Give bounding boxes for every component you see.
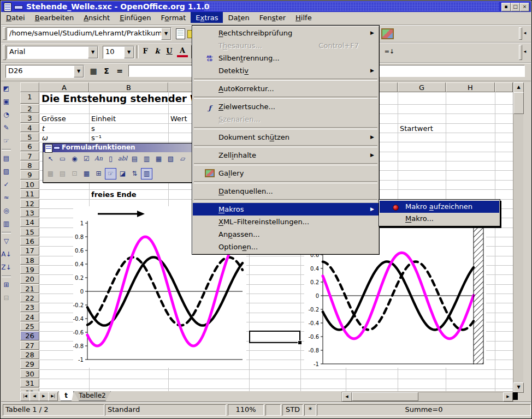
row-header-28[interactable]: 28 — [20, 350, 39, 359]
column-header-H[interactable]: H — [446, 82, 495, 92]
cell-G4[interactable]: Startwert — [400, 124, 433, 133]
sort-descending-icon[interactable]: Z↓ — [1, 262, 11, 273]
menu-item-makros[interactable]: Makros▶ — [193, 203, 379, 216]
horizontal-scroll-thumb[interactable] — [352, 392, 418, 401]
scrollbar-split-handle[interactable] — [513, 392, 518, 400]
checkbox-icon[interactable]: ☑ — [81, 153, 92, 165]
row-header-4[interactable]: 4 — [20, 123, 39, 132]
row-header-15[interactable]: 15 — [20, 228, 39, 236]
row-header-29[interactable]: 29 — [20, 360, 39, 368]
spellcheck-icon[interactable]: ✓ — [1, 179, 11, 190]
insert-sheet-icon[interactable]: ▤ — [1, 153, 11, 164]
row-header-2[interactable]: 2 — [20, 104, 39, 113]
font-name-combobox[interactable]: Arial ▼ — [7, 46, 98, 59]
toolbar-collapse-icon[interactable]: ◂ — [519, 26, 531, 39]
toolbar-drag-handle[interactable] — [3, 45, 6, 60]
row-header-19[interactable]: 19 — [20, 265, 39, 274]
close-button[interactable]: × — [520, 3, 529, 11]
column-header-G[interactable]: G — [398, 82, 446, 92]
row-header-16[interactable]: 16 — [20, 237, 39, 246]
row-header-8[interactable]: 8 — [20, 161, 39, 170]
menu-item-makro-aufzeichnen[interactable]: Makro aufzeichnen — [380, 201, 499, 213]
cell-B4[interactable]: s — [91, 124, 95, 133]
cell-A1[interactable]: Die Entstehung stehender W — [42, 93, 201, 104]
toolbar-collapse-icon[interactable]: ◂ — [519, 45, 531, 58]
status-sum[interactable]: Summe=0 — [317, 404, 531, 416]
chevron-down-icon[interactable]: ▼ — [124, 46, 134, 58]
status-selection-mode[interactable]: STD — [282, 404, 303, 416]
cell-A4[interactable]: t — [42, 124, 44, 133]
cell-B11[interactable]: freies Ende — [91, 190, 137, 199]
cell-A3[interactable]: Grösse — [42, 115, 66, 123]
menu-item-zielwertsuche-[interactable]: Zielwertsuche...ƒ — [193, 100, 379, 113]
underline-button[interactable]: U — [164, 45, 175, 57]
draw-functions-icon[interactable]: ✎ — [1, 122, 11, 134]
autofill-handle[interactable] — [298, 340, 302, 344]
sheet-tab-tabelle2[interactable]: Tabelle2 — [74, 391, 111, 401]
open-in-design-mode-icon[interactable]: ◪ — [117, 168, 128, 179]
menu-item-anpassen-[interactable]: Anpassen... — [193, 228, 379, 241]
sheet-tab-active[interactable]: t — [58, 391, 74, 401]
menu-item-szenarien-[interactable]: Szenarien... — [193, 113, 379, 125]
title-bar[interactable]: Stehende_Welle.sxc - OpenOffice.org 1.1.… — [1, 1, 531, 12]
combobox-icon[interactable]: ▥ — [141, 153, 152, 165]
maximize-button[interactable]: □ — [511, 3, 520, 11]
toolbar-drag-handle[interactable] — [3, 27, 6, 40]
menubar-item-bearbeiten[interactable]: Bearbeiten — [30, 12, 79, 23]
cell-A5[interactable]: ω — [42, 134, 48, 142]
form-navigator-icon[interactable]: ▥ — [141, 168, 152, 179]
row-header-9[interactable]: 9 — [20, 170, 39, 179]
menu-item-datenquellen-[interactable]: Datenquellen... — [193, 185, 379, 197]
scroll-down-icon[interactable]: ▼ — [513, 382, 524, 393]
table-control-icon[interactable]: ▦ — [81, 168, 92, 179]
function-autopilot-icon[interactable]: ▦ — [87, 64, 99, 77]
row-header-3[interactable]: 3 — [20, 113, 39, 122]
insert-chart-icon[interactable]: ◔ — [1, 109, 11, 121]
row-header-5[interactable]: 5 — [20, 133, 39, 141]
status-insert-mode[interactable] — [265, 404, 281, 416]
radiobutton-icon[interactable]: ◉ — [69, 153, 80, 165]
new-document-icon[interactable] — [176, 28, 185, 39]
vertical-scroll-thumb[interactable] — [513, 92, 524, 114]
menubar-item-hilfe[interactable]: Hilfe — [291, 12, 317, 23]
scroll-right-icon[interactable]: ▶ — [503, 392, 513, 402]
row-header-13[interactable]: 13 — [20, 208, 39, 217]
auto-spellcheck-icon[interactable]: ≈ — [1, 192, 11, 203]
menubar-item-extras[interactable]: Extras — [191, 12, 223, 23]
row-header-17[interactable]: 17 — [20, 246, 39, 255]
format-paintbrush-icon[interactable]: ▨ — [1, 166, 11, 177]
row-header-11[interactable]: 11 — [20, 189, 39, 198]
column-header-partial[interactable] — [495, 82, 513, 92]
cell-B3[interactable]: Einheit — [91, 115, 116, 123]
gallery-toolbar-icon[interactable] — [381, 28, 394, 39]
find-replace-icon[interactable]: ◎ — [1, 205, 11, 217]
group-icon[interactable]: ⊞ — [1, 279, 11, 291]
sort-ascending-icon[interactable]: A↓ — [1, 249, 11, 260]
menubar-item-format[interactable]: Format — [156, 12, 191, 23]
column-header-B[interactable]: B — [89, 82, 168, 92]
font-color-button[interactable]: A — [177, 46, 188, 57]
menubar-item-datei[interactable]: Datei — [1, 12, 30, 23]
url-combobox[interactable]: /home/samuel/Studium/Lehramt/Praktikum ▼ — [7, 27, 172, 40]
chevron-down-icon[interactable]: ▼ — [74, 65, 84, 77]
menubar-item-daten[interactable]: Daten — [223, 12, 254, 23]
menu-item-zellinhalte[interactable]: Zellinhalte▶ — [193, 149, 379, 161]
window-icon[interactable] — [4, 3, 11, 11]
pin-icon[interactable] — [14, 5, 23, 9]
first-sheet-icon[interactable]: |◀ — [20, 392, 30, 401]
textbox-icon[interactable]: abl — [117, 153, 128, 165]
more-controls-icon[interactable]: ⊞ — [93, 168, 104, 179]
pushbutton-icon[interactable]: ▭ — [57, 153, 68, 165]
form-functions-floating-toolbar[interactable]: Formularfunktionen ↖▭◉☑An▯abl▤▥▦▧▱ ▩▤⊡▦⊞… — [43, 143, 196, 183]
label-field-icon[interactable]: An — [93, 153, 104, 165]
chevron-down-icon[interactable]: ▼ — [88, 46, 98, 58]
datasources-icon[interactable]: ▥ — [1, 218, 11, 230]
row-header-10[interactable]: 10 — [20, 180, 39, 189]
last-sheet-icon[interactable]: ▶| — [48, 392, 58, 401]
row-header-25[interactable]: 25 — [20, 322, 39, 331]
row-header-23[interactable]: 23 — [20, 303, 39, 312]
row-header-30[interactable]: 30 — [20, 369, 39, 378]
vertical-scrollbar[interactable]: ▲ ▼ — [513, 82, 523, 392]
row-header-27[interactable]: 27 — [20, 341, 39, 350]
name-box[interactable]: D26 ▼ — [5, 65, 84, 78]
